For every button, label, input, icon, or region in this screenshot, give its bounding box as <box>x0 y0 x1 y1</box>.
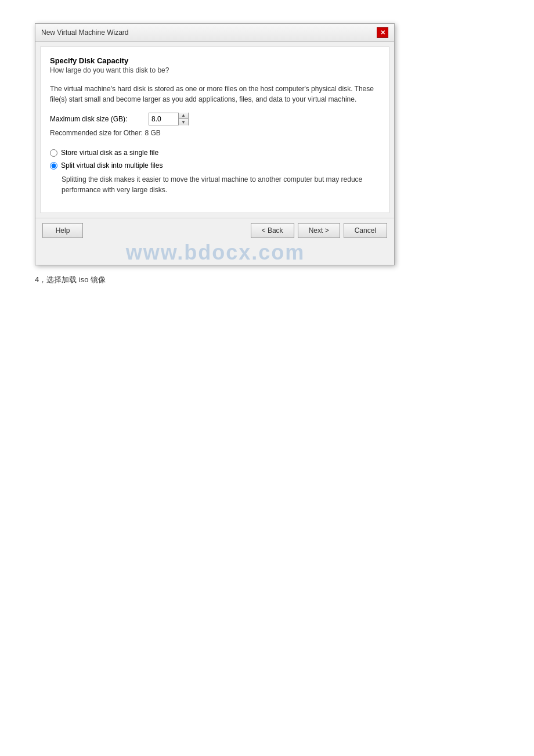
disk-size-row: Maximum disk size (GB): ▲ ▼ <box>50 113 380 125</box>
recommended-size-text: Recommended size for Other: 8 GB <box>50 129 380 137</box>
help-button[interactable]: Help <box>42 223 83 238</box>
disk-size-input-wrap: ▲ ▼ <box>149 113 189 125</box>
watermark: www.bdocx.com <box>35 240 395 265</box>
dialog-window: New Virtual Machine Wizard ✕ Specify Dis… <box>35 23 395 265</box>
dialog-content-area: Specify Disk Capacity How large do you w… <box>40 46 389 213</box>
back-button[interactable]: < Back <box>251 223 294 238</box>
close-button[interactable]: ✕ <box>377 27 388 38</box>
radio-single-file-item: Store virtual disk as a single file <box>50 149 380 157</box>
section-subtitle: How large do you want this disk to be? <box>50 66 380 74</box>
section-heading: Specify Disk Capacity <box>50 56 380 65</box>
radio-single-file-label[interactable]: Store virtual disk as a single file <box>61 149 158 157</box>
title-bar: New Virtual Machine Wizard ✕ <box>35 24 394 42</box>
dialog-title: New Virtual Machine Wizard <box>41 28 129 37</box>
disk-size-input[interactable] <box>149 113 178 125</box>
radio-multiple-files-label[interactable]: Split virtual disk into multiple files <box>61 161 163 170</box>
split-description-text: Splitting the disk makes it easier to mo… <box>62 174 380 195</box>
next-button[interactable]: Next > <box>298 223 340 238</box>
cancel-button[interactable]: Cancel <box>344 223 387 238</box>
spinner-up-button[interactable]: ▲ <box>179 113 188 119</box>
footer-right-buttons: < Back Next > Cancel <box>251 223 387 238</box>
dialog-footer: Help < Back Next > Cancel <box>35 218 394 243</box>
radio-multiple-files[interactable] <box>50 162 57 170</box>
description-text: The virtual machine's hard disk is store… <box>50 84 380 105</box>
disk-size-label: Maximum disk size (GB): <box>50 115 143 123</box>
radio-multiple-files-item: Split virtual disk into multiple files <box>50 161 380 170</box>
radio-single-file[interactable] <box>50 149 57 157</box>
caption-text: 4，选择加载 iso 镜像 <box>35 275 106 285</box>
spinner-buttons: ▲ ▼ <box>178 113 188 125</box>
spinner-down-button[interactable]: ▼ <box>179 119 188 125</box>
disk-storage-options: Store virtual disk as a single file Spli… <box>50 149 380 195</box>
